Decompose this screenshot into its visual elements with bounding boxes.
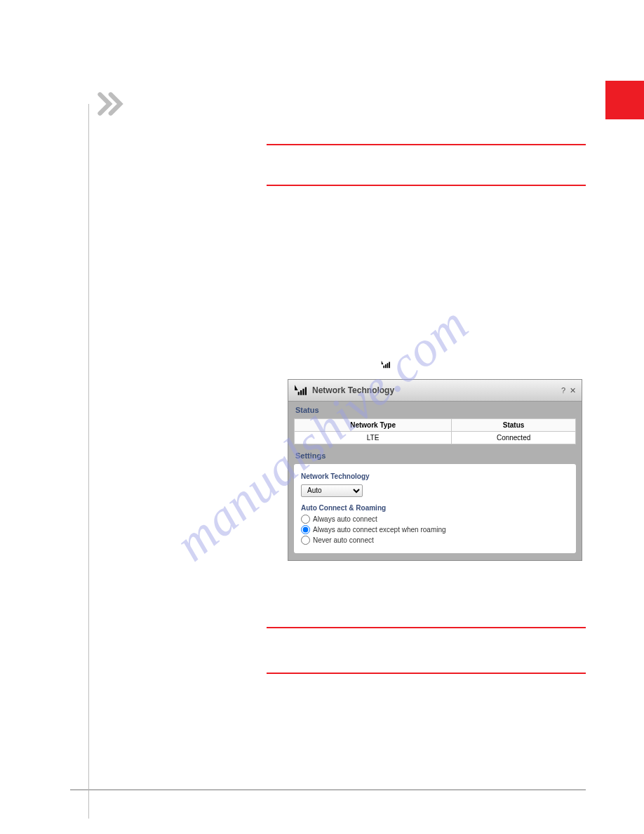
svg-rect-3 (389, 362, 390, 369)
svg-rect-6 (302, 389, 304, 395)
auto-connect-roaming-label: Auto Connect & Roaming (301, 504, 569, 512)
svg-rect-4 (298, 392, 300, 395)
red-rule (267, 185, 586, 186)
red-rule (267, 144, 586, 145)
signal-icon (380, 359, 390, 369)
chevron-icon (97, 90, 128, 118)
network-technology-label: Network Technology (301, 472, 569, 480)
status-col-network-type: Network Type (295, 419, 452, 432)
left-vertical-rule (88, 104, 89, 819)
radio-input[interactable] (301, 525, 310, 534)
status-value-network-type: LTE (295, 432, 452, 444)
radio-input[interactable] (301, 536, 310, 545)
svg-rect-0 (383, 366, 384, 369)
red-tab (605, 81, 644, 119)
red-rule (267, 673, 586, 674)
red-rule (267, 627, 586, 628)
radio-input[interactable] (301, 515, 310, 524)
dialog-window: Network Technology ? ✕ Status Network Ty… (288, 379, 582, 561)
status-value-status: Connected (452, 432, 576, 444)
svg-rect-7 (305, 388, 307, 395)
signal-icon (294, 384, 307, 397)
status-table: Network Type Status LTE Connected (294, 418, 576, 444)
radio-label: Always auto connect except when roaming (313, 526, 446, 534)
radio-label: Always auto connect (313, 515, 377, 523)
network-technology-dialog: Network Technology ? ✕ Status Network Ty… (288, 379, 582, 561)
page: Network Technology ? ✕ Status Network Ty… (0, 0, 644, 834)
svg-rect-1 (385, 364, 387, 368)
radio-except-roaming[interactable]: Always auto connect except when roaming (301, 525, 569, 534)
svg-rect-2 (387, 363, 389, 368)
radio-label: Never auto connect (313, 536, 374, 544)
dialog-title: Network Technology (312, 385, 557, 395)
radio-never-auto-connect[interactable]: Never auto connect (301, 536, 569, 545)
network-technology-select[interactable]: Auto (301, 484, 363, 497)
svg-rect-5 (300, 390, 302, 395)
close-button[interactable]: ✕ (570, 386, 576, 395)
status-col-status: Status (452, 419, 576, 432)
settings-panel: Network Technology Auto Auto Connect & R… (294, 464, 576, 553)
footer-rule (70, 789, 586, 790)
status-section-label: Status (288, 402, 582, 418)
radio-always-auto-connect[interactable]: Always auto connect (301, 515, 569, 524)
help-button[interactable]: ? (561, 386, 565, 395)
dialog-titlebar: Network Technology ? ✕ (288, 380, 582, 402)
settings-section-label: Settings (288, 447, 582, 464)
